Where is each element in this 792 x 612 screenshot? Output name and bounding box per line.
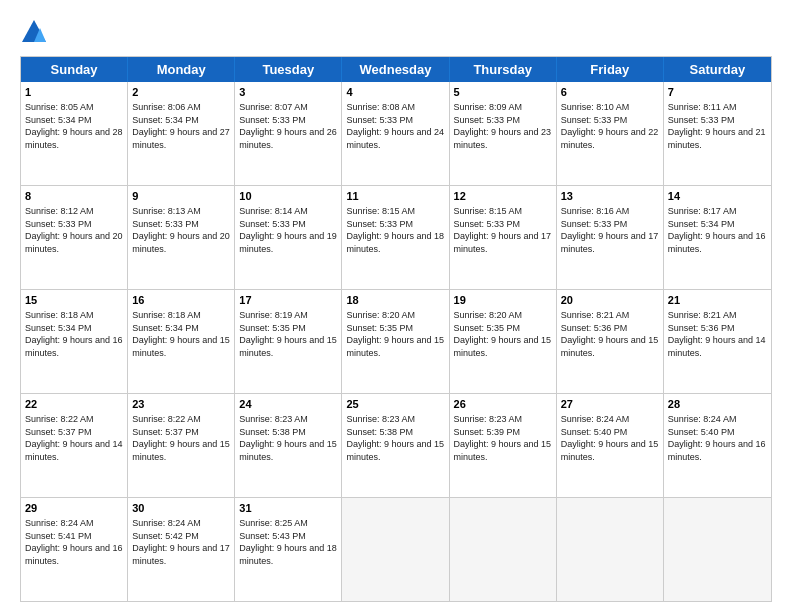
calendar-week-4: 22Sunrise: 8:22 AMSunset: 5:37 PMDayligh… [21, 394, 771, 498]
day-info: Sunrise: 8:05 AMSunset: 5:34 PMDaylight:… [25, 102, 123, 150]
day-number: 30 [132, 501, 230, 516]
day-number: 14 [668, 189, 767, 204]
day-info: Sunrise: 8:07 AMSunset: 5:33 PMDaylight:… [239, 102, 337, 150]
calendar-day-30: 30Sunrise: 8:24 AMSunset: 5:42 PMDayligh… [128, 498, 235, 601]
day-info: Sunrise: 8:15 AMSunset: 5:33 PMDaylight:… [346, 206, 444, 254]
day-number: 16 [132, 293, 230, 308]
calendar-day-22: 22Sunrise: 8:22 AMSunset: 5:37 PMDayligh… [21, 394, 128, 497]
calendar-body: 1Sunrise: 8:05 AMSunset: 5:34 PMDaylight… [21, 82, 771, 601]
logo-icon [20, 18, 48, 46]
calendar-day-19: 19Sunrise: 8:20 AMSunset: 5:35 PMDayligh… [450, 290, 557, 393]
calendar-day-5: 5Sunrise: 8:09 AMSunset: 5:33 PMDaylight… [450, 82, 557, 185]
day-number: 9 [132, 189, 230, 204]
day-number: 15 [25, 293, 123, 308]
day-number: 3 [239, 85, 337, 100]
calendar-day-28: 28Sunrise: 8:24 AMSunset: 5:40 PMDayligh… [664, 394, 771, 497]
header-day-friday: Friday [557, 57, 664, 82]
header-day-monday: Monday [128, 57, 235, 82]
day-info: Sunrise: 8:20 AMSunset: 5:35 PMDaylight:… [346, 310, 444, 358]
day-number: 1 [25, 85, 123, 100]
day-info: Sunrise: 8:24 AMSunset: 5:40 PMDaylight:… [668, 414, 766, 462]
calendar-day-16: 16Sunrise: 8:18 AMSunset: 5:34 PMDayligh… [128, 290, 235, 393]
calendar-day-4: 4Sunrise: 8:08 AMSunset: 5:33 PMDaylight… [342, 82, 449, 185]
header-day-sunday: Sunday [21, 57, 128, 82]
day-number: 20 [561, 293, 659, 308]
empty-cell [342, 498, 449, 601]
day-info: Sunrise: 8:14 AMSunset: 5:33 PMDaylight:… [239, 206, 337, 254]
calendar-day-1: 1Sunrise: 8:05 AMSunset: 5:34 PMDaylight… [21, 82, 128, 185]
day-info: Sunrise: 8:16 AMSunset: 5:33 PMDaylight:… [561, 206, 659, 254]
day-info: Sunrise: 8:18 AMSunset: 5:34 PMDaylight:… [25, 310, 123, 358]
day-number: 23 [132, 397, 230, 412]
day-info: Sunrise: 8:08 AMSunset: 5:33 PMDaylight:… [346, 102, 444, 150]
empty-cell [450, 498, 557, 601]
day-info: Sunrise: 8:23 AMSunset: 5:38 PMDaylight:… [346, 414, 444, 462]
day-info: Sunrise: 8:25 AMSunset: 5:43 PMDaylight:… [239, 518, 337, 566]
day-info: Sunrise: 8:12 AMSunset: 5:33 PMDaylight:… [25, 206, 123, 254]
page: SundayMondayTuesdayWednesdayThursdayFrid… [0, 0, 792, 612]
header-day-tuesday: Tuesday [235, 57, 342, 82]
day-number: 24 [239, 397, 337, 412]
day-number: 2 [132, 85, 230, 100]
day-number: 21 [668, 293, 767, 308]
calendar-day-27: 27Sunrise: 8:24 AMSunset: 5:40 PMDayligh… [557, 394, 664, 497]
calendar-day-6: 6Sunrise: 8:10 AMSunset: 5:33 PMDaylight… [557, 82, 664, 185]
calendar-week-2: 8Sunrise: 8:12 AMSunset: 5:33 PMDaylight… [21, 186, 771, 290]
empty-cell [557, 498, 664, 601]
day-number: 31 [239, 501, 337, 516]
day-info: Sunrise: 8:22 AMSunset: 5:37 PMDaylight:… [25, 414, 123, 462]
calendar-day-12: 12Sunrise: 8:15 AMSunset: 5:33 PMDayligh… [450, 186, 557, 289]
day-number: 7 [668, 85, 767, 100]
calendar-day-23: 23Sunrise: 8:22 AMSunset: 5:37 PMDayligh… [128, 394, 235, 497]
day-info: Sunrise: 8:22 AMSunset: 5:37 PMDaylight:… [132, 414, 230, 462]
day-number: 5 [454, 85, 552, 100]
calendar-day-14: 14Sunrise: 8:17 AMSunset: 5:34 PMDayligh… [664, 186, 771, 289]
header-day-thursday: Thursday [450, 57, 557, 82]
calendar-day-13: 13Sunrise: 8:16 AMSunset: 5:33 PMDayligh… [557, 186, 664, 289]
day-number: 25 [346, 397, 444, 412]
calendar-day-10: 10Sunrise: 8:14 AMSunset: 5:33 PMDayligh… [235, 186, 342, 289]
day-info: Sunrise: 8:20 AMSunset: 5:35 PMDaylight:… [454, 310, 552, 358]
day-number: 6 [561, 85, 659, 100]
day-number: 11 [346, 189, 444, 204]
day-number: 26 [454, 397, 552, 412]
day-info: Sunrise: 8:17 AMSunset: 5:34 PMDaylight:… [668, 206, 766, 254]
calendar-week-1: 1Sunrise: 8:05 AMSunset: 5:34 PMDaylight… [21, 82, 771, 186]
day-number: 28 [668, 397, 767, 412]
day-info: Sunrise: 8:18 AMSunset: 5:34 PMDaylight:… [132, 310, 230, 358]
day-info: Sunrise: 8:24 AMSunset: 5:42 PMDaylight:… [132, 518, 230, 566]
calendar-day-31: 31Sunrise: 8:25 AMSunset: 5:43 PMDayligh… [235, 498, 342, 601]
day-number: 8 [25, 189, 123, 204]
day-number: 10 [239, 189, 337, 204]
day-number: 22 [25, 397, 123, 412]
calendar-day-26: 26Sunrise: 8:23 AMSunset: 5:39 PMDayligh… [450, 394, 557, 497]
day-number: 18 [346, 293, 444, 308]
day-number: 13 [561, 189, 659, 204]
day-info: Sunrise: 8:23 AMSunset: 5:38 PMDaylight:… [239, 414, 337, 462]
calendar-day-11: 11Sunrise: 8:15 AMSunset: 5:33 PMDayligh… [342, 186, 449, 289]
calendar-day-15: 15Sunrise: 8:18 AMSunset: 5:34 PMDayligh… [21, 290, 128, 393]
header [20, 18, 772, 46]
day-info: Sunrise: 8:24 AMSunset: 5:41 PMDaylight:… [25, 518, 123, 566]
calendar-day-24: 24Sunrise: 8:23 AMSunset: 5:38 PMDayligh… [235, 394, 342, 497]
calendar-day-29: 29Sunrise: 8:24 AMSunset: 5:41 PMDayligh… [21, 498, 128, 601]
day-info: Sunrise: 8:09 AMSunset: 5:33 PMDaylight:… [454, 102, 552, 150]
day-info: Sunrise: 8:19 AMSunset: 5:35 PMDaylight:… [239, 310, 337, 358]
day-number: 17 [239, 293, 337, 308]
empty-cell [664, 498, 771, 601]
calendar-day-18: 18Sunrise: 8:20 AMSunset: 5:35 PMDayligh… [342, 290, 449, 393]
day-info: Sunrise: 8:15 AMSunset: 5:33 PMDaylight:… [454, 206, 552, 254]
calendar-day-21: 21Sunrise: 8:21 AMSunset: 5:36 PMDayligh… [664, 290, 771, 393]
day-number: 19 [454, 293, 552, 308]
calendar-day-8: 8Sunrise: 8:12 AMSunset: 5:33 PMDaylight… [21, 186, 128, 289]
day-info: Sunrise: 8:21 AMSunset: 5:36 PMDaylight:… [561, 310, 659, 358]
calendar-day-2: 2Sunrise: 8:06 AMSunset: 5:34 PMDaylight… [128, 82, 235, 185]
day-number: 27 [561, 397, 659, 412]
day-info: Sunrise: 8:10 AMSunset: 5:33 PMDaylight:… [561, 102, 659, 150]
day-number: 12 [454, 189, 552, 204]
header-day-saturday: Saturday [664, 57, 771, 82]
day-info: Sunrise: 8:21 AMSunset: 5:36 PMDaylight:… [668, 310, 766, 358]
calendar-day-7: 7Sunrise: 8:11 AMSunset: 5:33 PMDaylight… [664, 82, 771, 185]
calendar-week-3: 15Sunrise: 8:18 AMSunset: 5:34 PMDayligh… [21, 290, 771, 394]
day-info: Sunrise: 8:23 AMSunset: 5:39 PMDaylight:… [454, 414, 552, 462]
